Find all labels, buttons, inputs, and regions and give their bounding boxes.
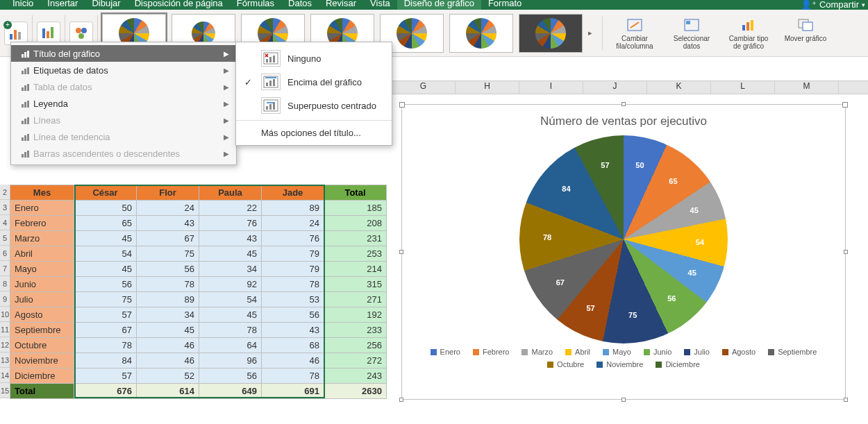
tab-formulas[interactable]: Fórmulas (230, 0, 281, 10)
gallery-more-icon[interactable]: ▸ (588, 28, 592, 37)
table-row[interactable]: Abril54754579253 (10, 246, 387, 262)
legend-item[interactable]: Noviembre (596, 360, 643, 368)
change-chart-type-button[interactable]: Cambiar tipo de gráfico (725, 17, 772, 50)
legend-item[interactable]: Diciembre (656, 360, 700, 368)
legend-item[interactable]: Mayo (603, 348, 631, 356)
column-header-L[interactable]: L (711, 81, 775, 94)
tab-vista[interactable]: Vista (363, 0, 397, 10)
svg-rect-41 (273, 56, 275, 62)
table-row[interactable]: Julio75895453271 (10, 292, 387, 307)
table-row[interactable]: Mayo45563479214 (10, 262, 387, 277)
legend-swatch (431, 349, 437, 355)
svg-rect-33 (24, 135, 26, 141)
table-header[interactable]: César (74, 185, 137, 201)
select-data-button[interactable]: Seleccionar datos (668, 17, 715, 50)
submenu-icon (261, 50, 281, 67)
table-row[interactable]: Junio56789278315 (10, 277, 387, 292)
legend-item[interactable]: Marzo (521, 348, 553, 356)
svg-rect-35 (22, 154, 24, 158)
switch-row-column-button[interactable]: Cambiar fila/columna (611, 17, 658, 50)
legend-item[interactable]: Junio (644, 348, 671, 356)
embedded-chart[interactable]: Número de ventas por ejecutivo 506545544… (401, 104, 846, 400)
menu-icon (18, 99, 33, 108)
svg-rect-44 (266, 83, 268, 86)
legend-item[interactable]: Julio (684, 348, 710, 356)
table-header[interactable]: Flor (137, 185, 199, 201)
sales-table[interactable]: MesCésarFlorPaulaJadeTotal Enero50242289… (10, 185, 387, 399)
svg-rect-31 (27, 117, 29, 124)
tab-revisar[interactable]: Revisar (319, 0, 363, 10)
table-row[interactable]: Septiembre67457843233 (10, 323, 387, 338)
share-label: Compartir (819, 0, 859, 10)
pie-plot-area[interactable]: 506545544556755767788457 (519, 135, 728, 344)
svg-rect-1 (14, 30, 17, 40)
share-button[interactable]: 👤⁺ Compartir ▾ (801, 0, 865, 10)
chart-style-6[interactable] (449, 14, 513, 53)
svg-rect-4 (47, 31, 49, 38)
worksheet-area: 23456789101112131415 MesCésarFlorPaulaJa… (0, 185, 387, 399)
chevron-right-icon: ▶ (224, 100, 229, 108)
legend-item[interactable]: Abril (565, 348, 590, 356)
chevron-down-icon: ▾ (862, 1, 865, 8)
tab-datos[interactable]: Datos (281, 0, 319, 10)
table-row[interactable]: Febrero65437624208 (10, 216, 387, 231)
column-header-N[interactable]: N (839, 81, 868, 94)
svg-rect-18 (24, 52, 26, 58)
table-total-row[interactable]: Total6766146496912630 (10, 384, 387, 399)
menu-item-4: Líneas▶ (11, 112, 236, 128)
column-header-H[interactable]: H (456, 81, 519, 94)
svg-rect-5 (51, 27, 53, 38)
pie-data-label: 65 (669, 177, 677, 185)
table-row[interactable]: Diciembre57525678243 (10, 368, 387, 384)
svg-rect-34 (27, 134, 29, 141)
chevron-right-icon: ▶ (224, 50, 229, 58)
tab-disposicion[interactable]: Disposición de página (128, 0, 230, 10)
legend-item[interactable]: Septiembre (768, 348, 817, 356)
table-header[interactable]: Mes (10, 185, 74, 201)
menu-item-3[interactable]: Leyenda▶ (11, 95, 236, 112)
table-row[interactable]: Enero50242289185 (10, 201, 387, 216)
legend-swatch (473, 349, 479, 355)
table-row[interactable]: Agosto57344556192 (10, 307, 387, 323)
submenu-item-2[interactable]: Superpuesto centrado (236, 94, 392, 117)
move-chart-icon (796, 17, 815, 33)
table-row[interactable]: Octubre78466468256 (10, 338, 387, 353)
pie-data-label: 67 (556, 278, 565, 287)
table-header[interactable]: Paula (199, 185, 262, 201)
ribbon-tabs: Inicio Insertar Dibujar Disposición de p… (0, 0, 868, 10)
legend-item[interactable]: Febrero (473, 348, 510, 356)
svg-rect-14 (751, 20, 753, 31)
table-row[interactable]: Noviembre84469646272 (10, 353, 387, 368)
submenu-more-options[interactable]: Más opciones del título... (236, 124, 392, 141)
chart-title[interactable]: Número de ventas por ejecutivo (402, 105, 845, 131)
tab-formato[interactable]: Formato (481, 0, 528, 10)
chart-legend[interactable]: EneroFebreroMarzoAbrilMayoJunioJulioAgos… (402, 348, 845, 368)
svg-rect-26 (22, 104, 24, 108)
submenu-item-1[interactable]: ✓Encima del gráfico (236, 70, 392, 94)
legend-item[interactable]: Octubre (547, 360, 584, 368)
chart-title-submenu[interactable]: Ninguno✓Encima del gráficoSuperpuesto ce… (235, 42, 392, 146)
legend-item[interactable]: Agosto (722, 348, 756, 356)
menu-item-1[interactable]: Etiquetas de datos▶ (11, 62, 236, 78)
column-header-I[interactable]: I (519, 81, 583, 94)
column-header-M[interactable]: M (775, 81, 839, 94)
svg-rect-19 (27, 51, 29, 58)
tab-insertar[interactable]: Insertar (40, 0, 85, 10)
table-header[interactable]: Total (324, 185, 387, 201)
add-chart-element-menu[interactable]: Título del gráfico▶Etiquetas de datos▶Ta… (10, 42, 237, 165)
tab-inicio[interactable]: Inicio (6, 0, 40, 10)
legend-swatch (603, 349, 609, 355)
tab-diseno-grafico[interactable]: Diseño de gráfico (397, 0, 481, 10)
legend-item[interactable]: Enero (431, 348, 460, 356)
column-header-K[interactable]: K (647, 81, 711, 94)
table-row[interactable]: Marzo45674376231 (10, 231, 387, 246)
tab-dibujar[interactable]: Dibujar (85, 0, 127, 10)
select-data-icon (682, 17, 701, 33)
menu-item-0[interactable]: Título del gráfico▶ (11, 45, 236, 62)
move-chart-button[interactable]: Mover gráfico (782, 17, 829, 50)
table-header[interactable]: Jade (262, 185, 324, 201)
column-header-J[interactable]: J (583, 81, 647, 94)
column-header-G[interactable]: G (392, 81, 456, 94)
chart-style-7[interactable] (519, 14, 583, 53)
submenu-item-0[interactable]: Ninguno (236, 46, 392, 70)
